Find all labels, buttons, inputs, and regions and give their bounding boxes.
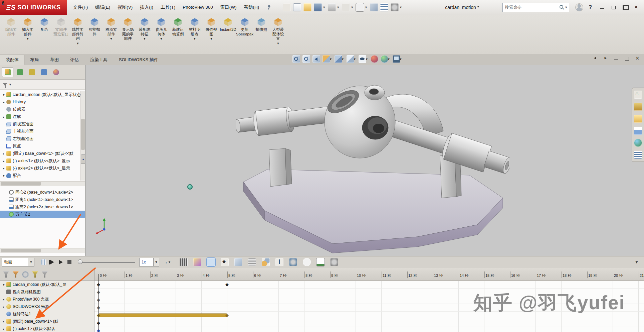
expand-arrow-icon[interactable] (1, 298, 6, 301)
dropdown-arrow-icon[interactable]: ▼ (351, 6, 354, 9)
tree-item[interactable]: (-) axle<1> (默认<<默认>_显示 (0, 157, 81, 164)
ribbon-dropdown-icon[interactable]: ▼ (110, 37, 113, 40)
mode-dropdown-icon[interactable]: ▼ (168, 260, 171, 264)
motor-icon[interactable] (234, 258, 242, 266)
new-document-icon[interactable] (293, 3, 301, 11)
mate-item[interactable]: 同心2 (base_down<1>,axle<2> (0, 189, 85, 196)
help-icon[interactable]: ? (589, 4, 592, 10)
tree-item[interactable]: 原点 (0, 142, 81, 150)
assembly-features-button[interactable]: 装配体 特征 ▼ (136, 16, 153, 53)
collapse-motionmanager-icon[interactable]: ▼ (635, 260, 639, 264)
dropdown-arrow-icon[interactable]: ▼ (365, 6, 368, 9)
panel-tab[interactable] (15, 68, 25, 77)
expand-arrow-icon[interactable] (1, 320, 6, 323)
animation-wizard-icon[interactable] (193, 258, 201, 266)
stop-button[interactable] (65, 258, 74, 266)
timeline-position-slider[interactable] (78, 258, 135, 266)
tree-vertical-scrollbar[interactable] (80, 91, 85, 181)
motion-tree-item[interactable]: 视向及相机视图 (0, 288, 94, 296)
motion-tree-item[interactable]: (固定) base_down<1> (默 (0, 318, 94, 325)
tree-item[interactable]: (-) axle<2> (默认<<默认>_显示 (0, 164, 81, 172)
tree-item[interactable]: 注解 (0, 113, 81, 120)
mate-item[interactable]: 距离2 (axle<2>,base_down<1> (0, 203, 85, 211)
playback-mode-select[interactable]: → ▼ (163, 259, 171, 265)
mate-item[interactable]: 距离1 (axle<1>,base_down<1> (0, 196, 85, 203)
edit-appearance-icon[interactable] (371, 55, 378, 63)
command-tab[interactable]: 布局 (24, 55, 44, 65)
ribbon-dropdown-icon[interactable]: ▼ (26, 37, 29, 40)
evaluate-icon[interactable] (380, 3, 388, 11)
home-icon[interactable] (283, 3, 291, 11)
expand-arrow-icon[interactable] (1, 174, 6, 178)
graphics-viewport[interactable] (85, 65, 644, 256)
previous-view-icon[interactable] (312, 55, 320, 63)
next-window-icon[interactable]: ► (603, 56, 609, 61)
close-button[interactable] (633, 5, 639, 10)
results-graph-icon[interactable] (316, 258, 325, 266)
tree-item[interactable]: 传感器 (0, 106, 81, 113)
insert-component-button[interactable]: 插入零 部件 ▼ (19, 16, 36, 53)
print-icon[interactable] (328, 3, 336, 11)
section-view-icon[interactable] (323, 55, 330, 63)
search-input[interactable] (504, 5, 559, 10)
ribbon-dropdown-icon[interactable]: ▼ (160, 37, 163, 40)
filter-all-icon[interactable] (41, 271, 48, 278)
exploded-view-button[interactable]: 爆炸视 图 ▼ (203, 16, 220, 53)
command-tab[interactable]: 草图 (44, 55, 64, 65)
save-icon[interactable] (314, 3, 322, 11)
gravity-icon[interactable] (275, 258, 283, 266)
panel-tab[interactable] (27, 68, 37, 77)
filter-icon[interactable] (3, 83, 7, 86)
file-explorer-icon[interactable] (634, 115, 642, 123)
mate-item[interactable]: 万向节2 (0, 211, 85, 218)
scrollbar-thumb[interactable] (1, 249, 41, 252)
timeline-track[interactable]: ◆ (94, 327, 644, 332)
home-icon[interactable] (634, 91, 642, 99)
ribbon-dropdown-icon[interactable]: ▼ (210, 37, 213, 40)
view-settings-icon[interactable] (393, 55, 400, 63)
filter-animation-icon[interactable] (3, 271, 9, 278)
mate-button[interactable]: 配合 ▼ (36, 16, 53, 53)
study-type-dropdown-icon[interactable]: ▼ (28, 258, 34, 266)
tree-horizontal-scrollbar[interactable] (0, 181, 85, 186)
timeline-playhead[interactable] (98, 274, 99, 332)
command-tab[interactable]: 装配体 (0, 55, 24, 65)
trace-icon[interactable] (289, 258, 297, 266)
speed-dropdown-icon[interactable]: ▼ (153, 258, 159, 266)
calculate-button[interactable] (39, 258, 48, 266)
minimize-button[interactable] (599, 5, 605, 10)
motion-tree-item[interactable]: 旋转马达1 (0, 310, 94, 318)
timeline-ruler[interactable]: 0 秒1 秒2 秒3 秒4 秒5 秒6 秒7 秒8 秒9 秒10 秒11 秒12… (94, 268, 644, 281)
select-cursor-icon[interactable] (356, 3, 364, 11)
edit-component-button[interactable]: 编辑零 部件 ▼ (3, 16, 19, 53)
linear-pattern-button[interactable]: 线性零 部件阵 列 ▼ (69, 16, 86, 53)
tree-item[interactable]: History (0, 98, 81, 106)
menu-item[interactable]: 编辑(E) (91, 0, 114, 15)
take-snapshot-button[interactable]: 拍快照 ▼ (253, 16, 270, 53)
smart-fasteners-button[interactable]: 智能扣 件 ▼ (86, 16, 103, 53)
layout-button[interactable] (622, 5, 628, 10)
menu-item[interactable]: 工具(T) (157, 0, 179, 15)
expand-arrow-icon[interactable] (1, 100, 6, 104)
traffic-light-icon[interactable] (370, 3, 378, 11)
bom-button[interactable]: 材料明 细表 ▼ (186, 16, 203, 53)
user-account-icon[interactable] (575, 3, 583, 11)
motion-settings-icon[interactable] (330, 258, 338, 266)
hide-show-items-icon[interactable] (359, 55, 366, 63)
update-speedpak-button[interactable]: 更新 Speedpak ▼ (236, 16, 253, 53)
menu-item[interactable]: 插入(I) (136, 0, 157, 15)
move-component-button[interactable]: 移动零 部件 ▼ (103, 16, 120, 53)
design-library-icon[interactable] (634, 103, 642, 111)
apply-scene-icon[interactable] (381, 55, 388, 63)
view-palette-icon[interactable] (634, 127, 642, 135)
new-motion-study-button[interactable]: 新建运 动算例 ▼ (170, 16, 186, 53)
motion-tree-item[interactable]: (-) axle<1> (默认<<默认 (0, 325, 94, 332)
play-from-start-button[interactable] (48, 258, 56, 266)
add-key-icon[interactable] (221, 258, 229, 266)
motion-tree-item[interactable]: cardan_motion (默认<默认_显 (0, 281, 94, 288)
expand-arrow-icon[interactable] (1, 93, 6, 97)
appearances-icon[interactable] (634, 139, 642, 147)
tree-item[interactable]: 右视基准面 (0, 135, 81, 142)
zoom-fit-icon[interactable] (292, 55, 300, 63)
show-hidden-button[interactable]: 显示隐 藏的零 部件 ▼ (120, 16, 136, 53)
